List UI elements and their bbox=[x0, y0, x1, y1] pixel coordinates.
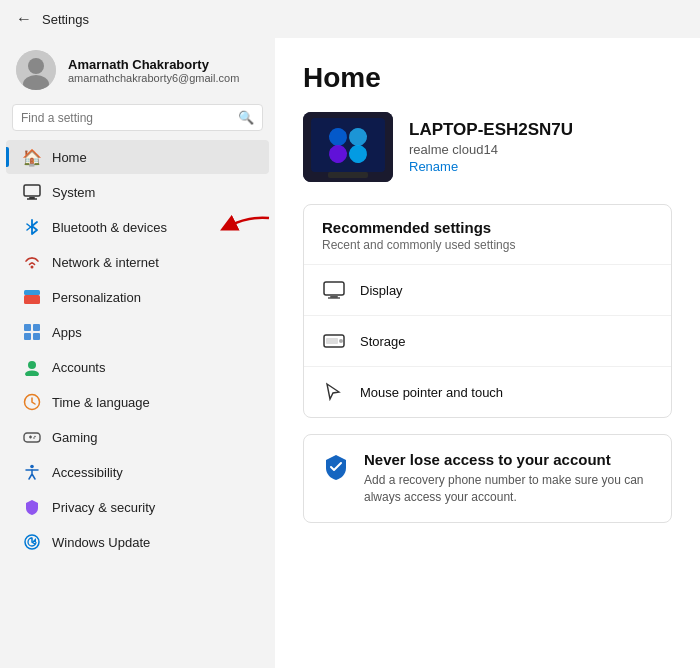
sidebar-item-time[interactable]: Time & language bbox=[6, 385, 269, 419]
recommended-settings-card: Recommended settings Recent and commonly… bbox=[303, 204, 672, 418]
sidebar-item-label-bluetooth: Bluetooth & devices bbox=[52, 220, 167, 235]
title-bar: ← Settings bbox=[0, 0, 700, 38]
sidebar-item-label-windows-update: Windows Update bbox=[52, 535, 150, 550]
sidebar-item-label-time: Time & language bbox=[52, 395, 150, 410]
sidebar-item-bluetooth[interactable]: Bluetooth & devices bbox=[6, 210, 269, 244]
main-layout: Amarnath Chakraborty amarnathchakraborty… bbox=[0, 38, 700, 668]
svg-point-1 bbox=[28, 58, 44, 74]
svg-rect-11 bbox=[33, 324, 40, 331]
account-security-card: Never lose access to your account Add a … bbox=[303, 434, 672, 523]
display-icon bbox=[322, 278, 346, 302]
sidebar-item-label-accounts: Accounts bbox=[52, 360, 105, 375]
network-icon bbox=[22, 252, 42, 272]
recommended-settings-header: Recommended settings Recent and commonly… bbox=[304, 205, 671, 264]
sidebar-nav: 🏠 Home System Bluetooth & devices bbox=[0, 139, 275, 560]
system-icon bbox=[22, 182, 42, 202]
svg-rect-3 bbox=[24, 185, 40, 196]
svg-rect-26 bbox=[311, 118, 385, 172]
settings-row-display[interactable]: Display bbox=[304, 264, 671, 315]
sidebar-item-label-network: Network & internet bbox=[52, 255, 159, 270]
svg-rect-33 bbox=[324, 282, 344, 295]
sidebar: Amarnath Chakraborty amarnathchakraborty… bbox=[0, 38, 275, 668]
avatar bbox=[16, 50, 56, 90]
svg-point-21 bbox=[33, 437, 35, 439]
recommended-settings-subtitle: Recent and commonly used settings bbox=[322, 238, 653, 260]
search-icon: 🔍 bbox=[238, 110, 254, 125]
user-profile[interactable]: Amarnath Chakraborty amarnathchakraborty… bbox=[0, 38, 275, 104]
user-email: amarnathchakraborty6@gmail.com bbox=[68, 72, 239, 84]
device-details: LAPTOP-ESH2SN7U realme cloud14 Rename bbox=[409, 120, 573, 174]
sidebar-item-label-accessibility: Accessibility bbox=[52, 465, 123, 480]
search-input[interactable] bbox=[21, 111, 232, 125]
device-name: LAPTOP-ESH2SN7U bbox=[409, 120, 573, 140]
sidebar-item-accounts[interactable]: Accounts bbox=[6, 350, 269, 384]
svg-rect-32 bbox=[328, 172, 368, 178]
mouse-pointer-icon bbox=[322, 380, 346, 404]
settings-row-label-display: Display bbox=[360, 283, 403, 298]
device-card: LAPTOP-ESH2SN7U realme cloud14 Rename bbox=[303, 112, 672, 182]
svg-rect-37 bbox=[326, 338, 338, 344]
sidebar-item-label-system: System bbox=[52, 185, 95, 200]
content-area: Home bbox=[275, 38, 700, 668]
sidebar-item-network[interactable]: Network & internet bbox=[6, 245, 269, 279]
apps-icon bbox=[22, 322, 42, 342]
account-security-title: Never lose access to your account bbox=[364, 451, 653, 468]
svg-point-20 bbox=[34, 436, 36, 438]
gaming-icon bbox=[22, 427, 42, 447]
user-info: Amarnath Chakraborty amarnathchakraborty… bbox=[68, 57, 239, 84]
device-sub: realme cloud14 bbox=[409, 142, 573, 157]
svg-point-15 bbox=[25, 371, 39, 377]
account-security-desc: Add a recovery phone number to make sure… bbox=[364, 472, 653, 506]
privacy-icon bbox=[22, 497, 42, 517]
settings-row-storage[interactable]: Storage bbox=[304, 315, 671, 366]
settings-row-mouse[interactable]: Mouse pointer and touch bbox=[304, 366, 671, 417]
time-icon bbox=[22, 392, 42, 412]
sidebar-item-system[interactable]: System bbox=[6, 175, 269, 209]
storage-icon bbox=[322, 329, 346, 353]
bluetooth-icon bbox=[22, 217, 42, 237]
svg-rect-13 bbox=[33, 333, 40, 340]
window-title: Settings bbox=[42, 12, 89, 27]
accounts-icon bbox=[22, 357, 42, 377]
red-arrow-annotation bbox=[219, 214, 275, 236]
settings-row-label-storage: Storage bbox=[360, 334, 406, 349]
personalization-icon bbox=[22, 287, 42, 307]
device-rename-link[interactable]: Rename bbox=[409, 159, 573, 174]
sidebar-item-accessibility[interactable]: Accessibility bbox=[6, 455, 269, 489]
windows-update-icon bbox=[22, 532, 42, 552]
home-icon: 🏠 bbox=[22, 147, 42, 167]
user-name: Amarnath Chakraborty bbox=[68, 57, 239, 72]
page-title: Home bbox=[303, 62, 672, 94]
sidebar-item-label-personalization: Personalization bbox=[52, 290, 141, 305]
accessibility-icon bbox=[22, 462, 42, 482]
svg-point-38 bbox=[339, 339, 343, 343]
sidebar-item-label-gaming: Gaming bbox=[52, 430, 98, 445]
account-security-content: Never lose access to your account Add a … bbox=[364, 451, 653, 506]
svg-rect-12 bbox=[24, 333, 31, 340]
search-box[interactable]: 🔍 bbox=[12, 104, 263, 131]
svg-rect-8 bbox=[24, 295, 40, 304]
sidebar-item-label-privacy: Privacy & security bbox=[52, 500, 155, 515]
sidebar-item-label-home: Home bbox=[52, 150, 87, 165]
svg-rect-10 bbox=[24, 324, 31, 331]
back-button[interactable]: ← bbox=[16, 10, 32, 28]
sidebar-item-label-apps: Apps bbox=[52, 325, 82, 340]
sidebar-item-apps[interactable]: Apps bbox=[6, 315, 269, 349]
svg-point-22 bbox=[30, 465, 34, 469]
shield-icon bbox=[322, 453, 350, 481]
sidebar-item-personalization[interactable]: Personalization bbox=[6, 280, 269, 314]
svg-point-14 bbox=[28, 361, 36, 369]
svg-rect-9 bbox=[24, 290, 40, 295]
device-image bbox=[303, 112, 393, 182]
recommended-settings-title: Recommended settings bbox=[322, 219, 653, 236]
sidebar-item-windows-update[interactable]: Windows Update bbox=[6, 525, 269, 559]
svg-point-7 bbox=[31, 266, 34, 269]
sidebar-item-home[interactable]: 🏠 Home bbox=[6, 140, 269, 174]
sidebar-item-gaming[interactable]: Gaming bbox=[6, 420, 269, 454]
sidebar-item-privacy[interactable]: Privacy & security bbox=[6, 490, 269, 524]
settings-row-label-mouse: Mouse pointer and touch bbox=[360, 385, 503, 400]
